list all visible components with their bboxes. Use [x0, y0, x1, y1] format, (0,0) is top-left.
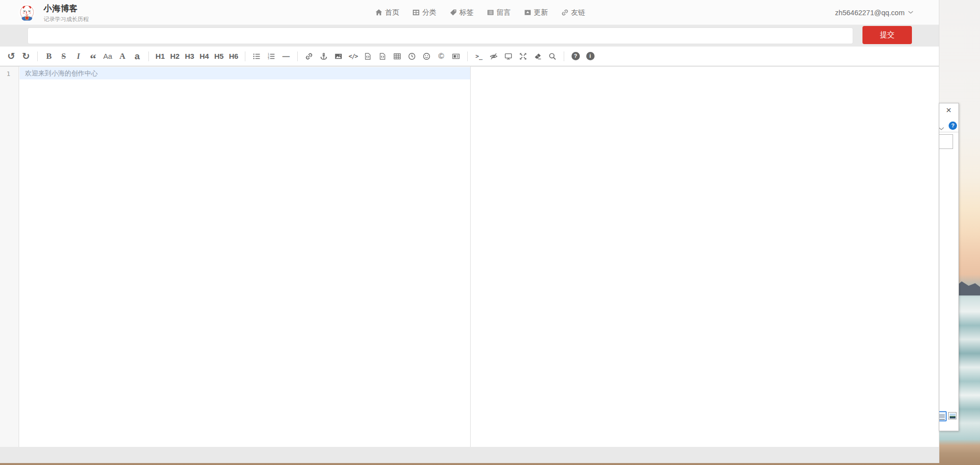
site-subtitle: 记录学习成长历程: [44, 16, 89, 23]
uppercase-icon[interactable]: A: [117, 50, 128, 63]
preview-pane: [471, 67, 939, 447]
code-block-icon[interactable]: [377, 50, 388, 63]
chevron-down-icon: [908, 11, 913, 14]
main-nav: 首页分类标签留言更新友链: [375, 0, 585, 25]
svg-text:3: 3: [268, 57, 269, 60]
toolbar-divider: [148, 51, 149, 61]
nav-item-friend-links[interactable]: 友链: [561, 8, 585, 17]
toolbar-divider: [467, 51, 468, 61]
datetime-icon[interactable]: [406, 50, 418, 63]
toolbar-divider: [297, 51, 298, 61]
home-icon: [375, 9, 382, 16]
image-thumbnail-icon[interactable]: [948, 412, 956, 419]
line-number: 1: [0, 70, 19, 77]
undo-icon[interactable]: ↺: [6, 50, 17, 63]
preformatted-text-icon[interactable]: [362, 50, 374, 63]
side-popup-panel: × ?: [939, 103, 959, 431]
nav-item-home[interactable]: 首页: [375, 8, 399, 17]
nav-item-categories[interactable]: 分类: [412, 8, 436, 17]
post-title-row: 提交: [0, 25, 939, 47]
chevron-down-icon[interactable]: [939, 124, 944, 128]
nav-item-updates[interactable]: 更新: [524, 8, 548, 17]
close-icon[interactable]: ×: [944, 106, 953, 115]
table-icon[interactable]: [392, 50, 403, 63]
h4-icon[interactable]: H4: [199, 50, 210, 63]
nav-item-label: 标签: [459, 8, 474, 17]
h6-icon[interactable]: H6: [228, 50, 239, 63]
search-icon[interactable]: [547, 50, 558, 63]
editor-toolbar: ↺↻BSI“AaAaH1H2H3H4H5H6123—</>©>_?i: [0, 47, 939, 66]
nav-item-label: 分类: [422, 8, 436, 17]
anchor-icon[interactable]: [318, 50, 330, 63]
h3-icon[interactable]: H3: [184, 50, 195, 63]
help-circle-icon[interactable]: ?: [949, 122, 957, 130]
clear-icon[interactable]: [532, 50, 544, 63]
popup-divider: [939, 132, 958, 132]
quote-icon[interactable]: “: [88, 50, 99, 63]
markdown-editor: 1 欢迎来到小海的创作中心: [0, 66, 939, 447]
h2-icon[interactable]: H2: [169, 50, 181, 63]
tag-icon: [450, 9, 457, 16]
html-entities-icon[interactable]: ©: [436, 50, 447, 63]
site-logo-avatar[interactable]: [19, 4, 35, 21]
dashed-list-icon[interactable]: [939, 411, 947, 421]
popup-input-box[interactable]: [939, 134, 953, 149]
preview-icon[interactable]: [503, 50, 514, 63]
brand: 小海博客 记录学习成长历程: [44, 3, 89, 23]
toolbar-divider: [37, 51, 38, 61]
fullscreen-icon[interactable]: [518, 50, 529, 63]
content-column: 小海博客 记录学习成长历程 首页分类标签留言更新友链 zh56462271@qq…: [0, 0, 939, 463]
goto-line-icon[interactable]: >_: [474, 50, 485, 63]
pagebreak-icon[interactable]: [451, 50, 462, 63]
board-icon: [487, 9, 494, 16]
h1-icon[interactable]: H1: [155, 50, 166, 63]
bold-icon[interactable]: B: [44, 50, 55, 63]
toolbar-divider: [564, 51, 564, 61]
line-number-gutter: 1: [0, 67, 19, 447]
emoji-icon[interactable]: [421, 50, 432, 63]
link-icon: [561, 9, 569, 16]
page: 小海博客 记录学习成长历程 首页分类标签留言更新友链 zh56462271@qq…: [0, 0, 980, 465]
nav-item-messages[interactable]: 留言: [487, 8, 511, 17]
h5-icon[interactable]: H5: [214, 50, 225, 63]
strikethrough-icon[interactable]: S: [58, 50, 70, 63]
list-ol-icon[interactable]: 123: [266, 50, 277, 63]
account-email: zh56462271@qq.com: [835, 9, 905, 17]
list-ul-icon[interactable]: [251, 50, 263, 63]
info-icon[interactable]: i: [585, 50, 596, 63]
toolbar-divider: [245, 51, 245, 61]
lowercase-icon[interactable]: a: [132, 50, 143, 63]
grid-icon: [412, 9, 420, 16]
editor-content-text[interactable]: 欢迎来到小海的创作中心: [25, 69, 98, 78]
nav-item-label: 首页: [385, 8, 399, 17]
redo-icon[interactable]: ↻: [21, 50, 32, 63]
header: 小海博客 记录学习成长历程 首页分类标签留言更新友链 zh56462271@qq…: [0, 0, 939, 25]
code-icon[interactable]: </>: [348, 50, 359, 63]
hr-icon[interactable]: —: [281, 50, 292, 63]
nav-item-tags[interactable]: 标签: [450, 8, 474, 17]
ucwords-icon[interactable]: Aa: [102, 50, 114, 63]
nav-item-label: 更新: [534, 8, 548, 17]
caret-up-square-icon: [524, 9, 531, 16]
watch-icon[interactable]: [488, 50, 500, 63]
link-icon[interactable]: [304, 50, 315, 63]
submit-button[interactable]: 提交: [862, 26, 912, 44]
post-title-input[interactable]: [27, 27, 853, 44]
account-menu[interactable]: zh56462271@qq.com: [835, 0, 913, 25]
nav-item-label: 友链: [571, 8, 585, 17]
nav-item-label: 留言: [497, 8, 511, 17]
help-icon[interactable]: ?: [570, 50, 581, 63]
site-title: 小海博客: [44, 3, 89, 14]
avatar-cartoon-icon: [19, 4, 35, 21]
italic-icon[interactable]: I: [73, 50, 84, 63]
popup-toolbar-row: ?: [939, 120, 958, 132]
footer-strip: [0, 447, 939, 463]
image-icon[interactable]: [333, 50, 344, 63]
